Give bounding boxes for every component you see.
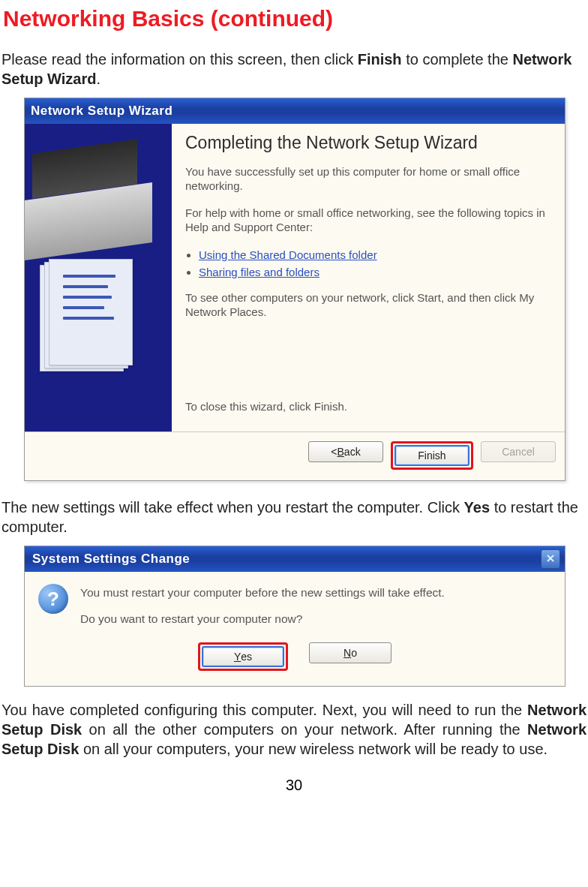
text: es	[241, 651, 252, 663]
bold-yes: Yes	[464, 499, 490, 516]
yes-button-highlight: Yes	[198, 642, 288, 671]
closing-paragraph: You have completed configuring this comp…	[2, 700, 586, 759]
dialog-titlebar: System Settings Change	[25, 546, 565, 572]
dialog-line: You must restart your computer before th…	[80, 584, 445, 603]
yes-button[interactable]: Yes	[202, 646, 284, 667]
text: to complete the	[402, 51, 513, 68]
restart-paragraph: The new settings will take effect when y…	[2, 498, 586, 537]
wizard-link-list: Using the Shared Documents folder Sharin…	[185, 247, 550, 280]
dialog-button-row: Yes No	[25, 635, 565, 686]
dialog-body: ? You must restart your computer before …	[25, 572, 565, 635]
finish-button[interactable]: Finish	[394, 445, 470, 466]
dialog-title: System Settings Change	[32, 552, 190, 567]
wizard-paragraph: You have successfully set up this comput…	[185, 164, 550, 194]
close-icon	[546, 552, 555, 566]
wizard-paragraph: For help with home or small office netwo…	[185, 206, 550, 235]
text: <	[331, 446, 337, 458]
network-setup-wizard-window: Network Setup Wizard Completing the Netw…	[24, 98, 566, 481]
cancel-button: Cancel	[481, 441, 556, 462]
text: .	[97, 71, 101, 87]
text: o	[351, 647, 357, 659]
intro-paragraph: Please read the information on this scre…	[2, 50, 586, 89]
text: The new settings will take effect when y…	[2, 499, 464, 516]
text: Please read the information on this scre…	[2, 51, 358, 68]
wizard-sidebar-image	[25, 124, 172, 431]
dialog-text: You must restart your computer before th…	[80, 584, 445, 629]
bold-finish: Finish	[358, 51, 402, 68]
window-title: Network Setup Wizard	[31, 104, 172, 119]
wizard-footer: < Back Finish Cancel	[25, 431, 565, 480]
list-item: Using the Shared Documents folder	[199, 247, 550, 263]
text: ack	[344, 446, 361, 458]
wizard-paragraph: To close this wizard, click Finish.	[185, 399, 550, 414]
no-button[interactable]: No	[309, 642, 392, 663]
system-settings-change-dialog: System Settings Change ? You must restar…	[24, 546, 566, 687]
text: You have completed configuring this comp…	[2, 702, 527, 718]
close-button[interactable]	[541, 549, 560, 569]
finish-button-highlight: Finish	[391, 441, 473, 470]
back-button[interactable]: < Back	[308, 441, 383, 462]
list-item: Sharing files and folders	[199, 264, 550, 280]
text: on all the other computers on your netwo…	[82, 721, 527, 738]
text: on all your computers, your new wireless…	[79, 741, 548, 757]
page-title: Networking Basics (continued)	[3, 6, 588, 32]
wizard-paragraph: To see other computers on your network, …	[185, 290, 550, 320]
window-titlebar: Network Setup Wizard	[25, 98, 565, 124]
help-link-shared-documents[interactable]: Using the Shared Documents folder	[199, 248, 377, 261]
accesskey: B	[338, 446, 344, 458]
wizard-heading: Completing the Network Setup Wizard	[185, 133, 550, 154]
page-number: 30	[0, 777, 588, 794]
help-link-sharing-files[interactable]: Sharing files and folders	[199, 266, 320, 278]
paper-stack-illustration	[40, 259, 130, 371]
dialog-line: Do you want to restart your computer now…	[80, 610, 445, 629]
wizard-content: Completing the Network Setup Wizard You …	[172, 124, 565, 431]
wizard-body: Completing the Network Setup Wizard You …	[25, 124, 565, 431]
question-icon: ?	[38, 584, 68, 614]
accesskey: Y	[234, 651, 241, 663]
accesskey: N	[344, 647, 351, 659]
